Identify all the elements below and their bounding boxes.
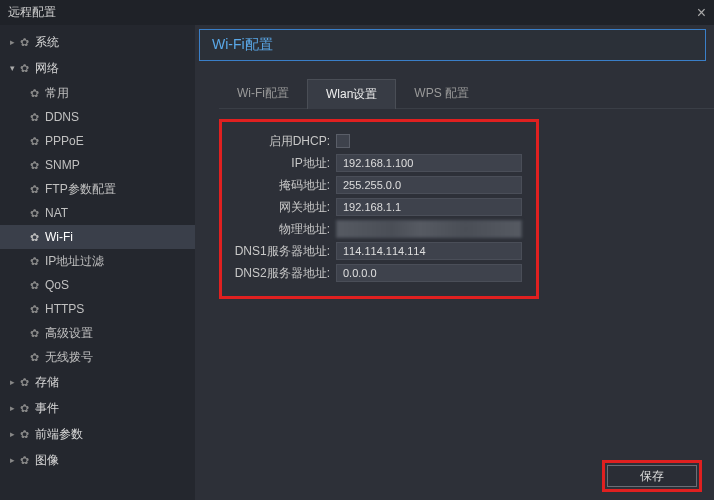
nav-item-高级设置[interactable]: ✿高级设置 — [0, 321, 195, 345]
titlebar: 远程配置 × — [0, 0, 714, 25]
save-button[interactable]: 保存 — [607, 465, 697, 487]
nav-group-存储[interactable]: ▸✿存储 — [0, 369, 195, 395]
mac-value-obscured — [336, 220, 522, 238]
gateway-input[interactable] — [336, 198, 522, 216]
footer: 保存 — [602, 460, 702, 492]
mac-label: 物理地址: — [230, 221, 336, 238]
gear-icon: ✿ — [30, 111, 39, 124]
gear-icon: ✿ — [30, 231, 39, 244]
nav-item-label: 高级设置 — [45, 325, 93, 342]
nav-group-图像[interactable]: ▸✿图像 — [0, 447, 195, 473]
nav-item-label: 常用 — [45, 85, 69, 102]
nav-group-label: 网络 — [35, 60, 59, 77]
tabs: Wi-Fi配置Wlan设置WPS 配置 — [219, 79, 714, 109]
nav-item-SNMP[interactable]: ✿SNMP — [0, 153, 195, 177]
dns1-label: DNS1服务器地址: — [230, 243, 336, 260]
nav-item-FTP参数配置[interactable]: ✿FTP参数配置 — [0, 177, 195, 201]
ip-label: IP地址: — [230, 155, 336, 172]
nav-item-label: NAT — [45, 206, 68, 220]
chevron-right-icon: ▸ — [10, 403, 20, 413]
panel-title: Wi-Fi配置 — [199, 29, 706, 61]
gear-icon: ✿ — [30, 183, 39, 196]
nav-item-label: QoS — [45, 278, 69, 292]
nav-item-PPPoE[interactable]: ✿PPPoE — [0, 129, 195, 153]
nav-group-事件[interactable]: ▸✿事件 — [0, 395, 195, 421]
tab-WPS 配置[interactable]: WPS 配置 — [396, 79, 487, 108]
nav-group-label: 存储 — [35, 374, 59, 391]
chevron-down-icon: ▾ — [10, 63, 20, 73]
gear-icon: ✿ — [30, 87, 39, 100]
window-title: 远程配置 — [8, 4, 56, 21]
nav-item-label: Wi-Fi — [45, 230, 73, 244]
gateway-label: 网关地址: — [230, 199, 336, 216]
nav-group-系统[interactable]: ▸✿系统 — [0, 29, 195, 55]
mask-input[interactable] — [336, 176, 522, 194]
nav-group-label: 事件 — [35, 400, 59, 417]
nav-item-Wi-Fi[interactable]: ✿Wi-Fi — [0, 225, 195, 249]
sidebar: ▸✿系统▾✿网络✿常用✿DDNS✿PPPoE✿SNMP✿FTP参数配置✿NAT✿… — [0, 25, 195, 500]
nav-group-label: 图像 — [35, 452, 59, 469]
gear-icon: ✿ — [30, 135, 39, 148]
nav-item-label: DDNS — [45, 110, 79, 124]
save-highlight-box: 保存 — [602, 460, 702, 492]
nav-group-label: 系统 — [35, 34, 59, 51]
gear-icon: ✿ — [30, 279, 39, 292]
nav-item-label: IP地址过滤 — [45, 253, 104, 270]
tab-Wlan设置[interactable]: Wlan设置 — [307, 79, 396, 109]
gear-icon: ✿ — [20, 36, 29, 49]
nav-group-网络[interactable]: ▾✿网络 — [0, 55, 195, 81]
dns2-label: DNS2服务器地址: — [230, 265, 336, 282]
dns2-input[interactable] — [336, 264, 522, 282]
gear-icon: ✿ — [20, 62, 29, 75]
nav-item-NAT[interactable]: ✿NAT — [0, 201, 195, 225]
nav-item-IP地址过滤[interactable]: ✿IP地址过滤 — [0, 249, 195, 273]
gear-icon: ✿ — [30, 351, 39, 364]
nav-item-label: FTP参数配置 — [45, 181, 116, 198]
gear-icon: ✿ — [20, 402, 29, 415]
nav-item-label: PPPoE — [45, 134, 84, 148]
nav-item-无线拨号[interactable]: ✿无线拨号 — [0, 345, 195, 369]
gear-icon: ✿ — [20, 454, 29, 467]
nav-group-前端参数[interactable]: ▸✿前端参数 — [0, 421, 195, 447]
gear-icon: ✿ — [30, 327, 39, 340]
content-panel: Wi-Fi配置 Wi-Fi配置Wlan设置WPS 配置 启用DHCP: IP地址… — [195, 25, 714, 500]
gear-icon: ✿ — [30, 207, 39, 220]
chevron-right-icon: ▸ — [10, 377, 20, 387]
tab-Wi-Fi配置[interactable]: Wi-Fi配置 — [219, 79, 307, 108]
nav-item-QoS[interactable]: ✿QoS — [0, 273, 195, 297]
gear-icon: ✿ — [20, 428, 29, 441]
gear-icon: ✿ — [30, 159, 39, 172]
dns1-input[interactable] — [336, 242, 522, 260]
dhcp-checkbox[interactable] — [336, 134, 350, 148]
chevron-right-icon: ▸ — [10, 37, 20, 47]
dhcp-label: 启用DHCP: — [230, 133, 336, 150]
gear-icon: ✿ — [20, 376, 29, 389]
nav-item-label: HTTPS — [45, 302, 84, 316]
nav-item-DDNS[interactable]: ✿DDNS — [0, 105, 195, 129]
ip-input[interactable] — [336, 154, 522, 172]
nav-group-label: 前端参数 — [35, 426, 83, 443]
nav-item-HTTPS[interactable]: ✿HTTPS — [0, 297, 195, 321]
gear-icon: ✿ — [30, 303, 39, 316]
form-highlight-box: 启用DHCP: IP地址: 掩码地址: 网关地址: 物理地址: DNS1服务器地… — [219, 119, 539, 299]
nav-item-常用[interactable]: ✿常用 — [0, 81, 195, 105]
nav-item-label: 无线拨号 — [45, 349, 93, 366]
chevron-right-icon: ▸ — [10, 429, 20, 439]
chevron-right-icon: ▸ — [10, 455, 20, 465]
close-icon[interactable]: × — [697, 4, 706, 22]
nav-item-label: SNMP — [45, 158, 80, 172]
gear-icon: ✿ — [30, 255, 39, 268]
mask-label: 掩码地址: — [230, 177, 336, 194]
